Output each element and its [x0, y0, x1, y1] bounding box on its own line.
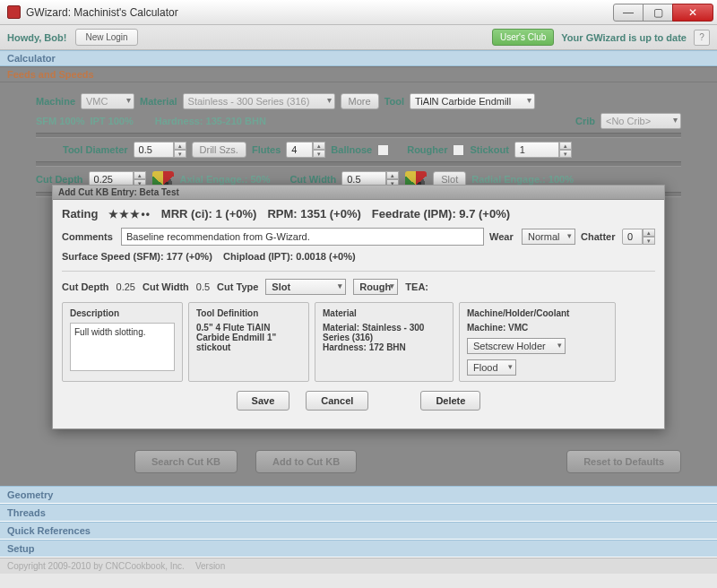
bottom-button-row: Search Cut KB Add to Cut KB Reset to Def…	[0, 423, 717, 486]
cut-width-label: Cut Width	[289, 174, 336, 185]
section-calculator[interactable]: Calculator	[0, 50, 717, 66]
dlg-cut-depth-value: 0.25	[117, 281, 135, 292]
description-input[interactable]: Full width slotting.	[70, 323, 175, 371]
app-icon	[7, 5, 21, 19]
stickout-input[interactable]: 1▴▾	[514, 142, 572, 158]
holder-select[interactable]: Setscrew Holder	[467, 338, 566, 354]
material-panel-title: Material	[323, 308, 445, 318]
machine-select[interactable]: VMC	[81, 93, 134, 109]
material-select[interactable]: Stainless - 300 Series (316)	[183, 93, 335, 109]
new-login-button[interactable]: New Login	[75, 29, 137, 46]
wear-select[interactable]: Normal	[522, 229, 575, 245]
section-geometry[interactable]: Geometry	[0, 486, 717, 504]
window-titlebar: GWizard: Machinist's Calculator — ▢ ✕	[0, 0, 717, 25]
add-cut-kb-dialog: Add Cut KB Entry: Beta Test Rating ★★★••…	[52, 185, 665, 429]
rougher-checkbox[interactable]	[453, 144, 464, 156]
ballnose-label: Ballnose	[331, 144, 372, 155]
save-button[interactable]: Save	[237, 391, 290, 411]
section-feeds-speeds[interactable]: Feeds and Speeds	[0, 66, 717, 82]
description-title: Description	[70, 308, 175, 318]
rating-stars: ★★★••	[108, 208, 150, 220]
rating-label: Rating	[62, 207, 98, 220]
machine-panel-title: Machine/Holder/Coolant	[467, 308, 608, 318]
help-button[interactable]: ?	[694, 30, 710, 46]
flutes-label: Flutes	[252, 144, 281, 155]
tool-definition-value: 0.5" 4 Flute TiAlN Carbide Endmill 1" st…	[196, 323, 301, 352]
crib-select[interactable]: <No Crib>	[600, 113, 681, 129]
dlg-cut-depth-label: Cut Depth	[62, 281, 109, 292]
axial-engage-label: Axial Engage.: 50%	[180, 174, 271, 185]
version-label: Version	[195, 561, 225, 571]
rpm-readout: RPM: 1351 (+0%)	[267, 207, 360, 220]
top-toolbar: Howdy, Bob! New Login User's Club Your G…	[0, 25, 717, 50]
ballnose-checkbox[interactable]	[377, 144, 389, 156]
comments-input[interactable]	[121, 228, 484, 246]
feedrate-readout: Feedrate (IPM): 9.7 (+0%)	[372, 207, 510, 220]
material-more-button[interactable]: More	[341, 93, 379, 109]
tool-select[interactable]: TiAlN Carbide Endmill	[410, 93, 535, 109]
material-panel: Material Material: Stainless - 300 Serie…	[315, 302, 454, 382]
window-title: GWizard: Machinist's Calculator	[26, 6, 178, 19]
flutes-input[interactable]: 4▴▾	[286, 142, 325, 158]
rougher-label: Rougher	[407, 144, 447, 155]
dlg-cut-width-value: 0.5	[196, 281, 210, 292]
machine-label: Machine	[36, 96, 75, 107]
dlg-cut-type-label: Cut Type	[217, 281, 258, 292]
tool-diameter-label: Tool Diameter	[63, 144, 128, 155]
tool-label: Tool	[384, 96, 404, 107]
section-setup[interactable]: Setup	[0, 540, 717, 558]
window-minimize-button[interactable]: —	[613, 4, 644, 22]
users-club-button[interactable]: User's Club	[492, 29, 554, 46]
tea-label: TEA:	[405, 281, 428, 292]
radial-engage-label: Radial Engage.: 100%	[471, 174, 574, 185]
cut-type-select[interactable]: Slot	[265, 279, 346, 295]
search-cut-kb-button[interactable]: Search Cut KB	[134, 450, 238, 473]
dlg-cut-width-label: Cut Width	[143, 281, 189, 292]
chipload-readout: Chipload (IPT): 0.0018 (+0%)	[223, 251, 356, 262]
chatter-input[interactable]: 0▴▾	[622, 229, 655, 245]
wear-label: Wear	[489, 231, 516, 242]
tool-definition-panel: Tool Definition 0.5" 4 Flute TiAlN Carbi…	[188, 302, 309, 382]
material-label: Material	[140, 96, 177, 107]
stickout-label: Stickout	[470, 144, 508, 155]
hardness-label: Hardness: 135-210 BHN	[155, 116, 266, 126]
add-to-cut-kb-button[interactable]: Add to Cut KB	[255, 450, 357, 473]
window-close-button[interactable]: ✕	[672, 4, 713, 22]
window-maximize-button[interactable]: ▢	[643, 4, 673, 22]
machine-panel: Machine/Holder/Coolant Machine: VMC Sets…	[459, 302, 616, 382]
reset-defaults-button[interactable]: Reset to Defaults	[566, 450, 681, 473]
tool-definition-title: Tool Definition	[196, 308, 301, 318]
surface-speed-readout: Surface Speed (SFM): 177 (+0%)	[62, 251, 212, 262]
section-threads[interactable]: Threads	[0, 504, 717, 522]
crib-label: Crib	[575, 116, 595, 126]
sfm-label: SFM 100%	[36, 116, 84, 126]
material-line1: Material: Stainless - 300 Series (316)	[323, 323, 445, 342]
ipt-label: IPT 100%	[90, 116, 133, 126]
update-status-label: Your GWizard is up to date	[561, 32, 687, 43]
chatter-label: Chatter	[581, 231, 617, 242]
delete-button[interactable]: Delete	[420, 391, 480, 411]
rough-finish-select[interactable]: Rough	[353, 279, 398, 295]
copyright-label: Copyright 2009-2010 by CNCCookbook, Inc.	[7, 561, 185, 571]
cancel-button[interactable]: Cancel	[306, 391, 368, 411]
status-bar: Copyright 2009-2010 by CNCCookbook, Inc.…	[0, 558, 717, 574]
section-quick-references[interactable]: Quick References	[0, 522, 717, 540]
material-line2: Hardness: 172 BHN	[323, 342, 445, 352]
drill-sizes-button[interactable]: Drill Szs.	[192, 142, 246, 158]
dialog-title: Add Cut KB Entry: Beta Test	[53, 186, 664, 200]
coolant-select[interactable]: Flood	[467, 359, 516, 376]
description-panel: Description Full width slotting.	[62, 302, 183, 382]
tool-diameter-input[interactable]: 0.5▴▾	[134, 142, 186, 158]
machine-name: Machine: VMC	[467, 323, 608, 333]
greeting-label: Howdy, Bob!	[7, 32, 66, 43]
comments-label: Comments	[62, 231, 116, 242]
cut-depth-label: Cut Depth	[36, 174, 83, 185]
mrr-readout: MRR (ci): 1 (+0%)	[161, 207, 257, 220]
